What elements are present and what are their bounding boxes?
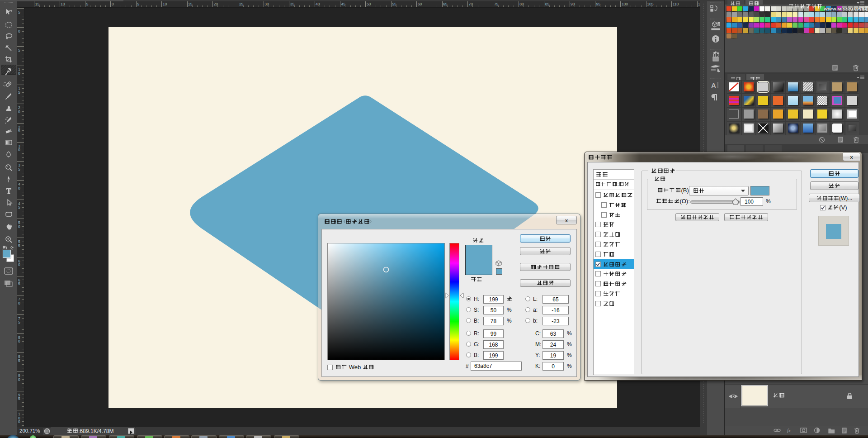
svg-text:fx: fx (787, 428, 791, 433)
svg-text:A: A (711, 81, 716, 89)
